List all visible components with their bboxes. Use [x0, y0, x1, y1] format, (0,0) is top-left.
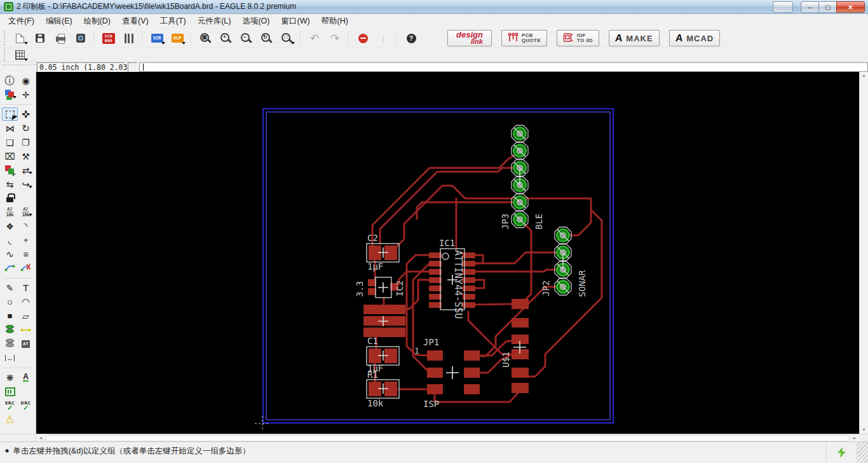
change-tool[interactable]: ⚒ [18, 149, 34, 163]
ratsnest-tool[interactable]: ❋ [2, 371, 18, 384]
miter2-tool[interactable]: ◟ [2, 233, 18, 247]
design-link-button[interactable]: designlink [447, 30, 492, 46]
meander-tool[interactable]: ∿ [2, 247, 18, 261]
print-button[interactable] [51, 30, 69, 46]
mark-tool[interactable]: ✛ [18, 88, 34, 101]
move-tool[interactable]: ✜ [18, 107, 34, 121]
grid-button[interactable] [11, 46, 29, 63]
run-script-button[interactable]: SCR [148, 30, 166, 46]
library-manager-button[interactable] [120, 30, 138, 46]
save-button[interactable] [31, 30, 49, 46]
display-layers-tool[interactable] [2, 88, 18, 101]
name-tool[interactable]: R210k [2, 205, 18, 219]
ripup-tool[interactable] [18, 261, 34, 275]
stop-button[interactable] [354, 30, 372, 46]
menu-edit[interactable]: 编辑(E) [40, 14, 78, 29]
reposition-tool[interactable]: ↪ [18, 177, 34, 191]
circle-tool[interactable]: ○ [2, 295, 18, 308]
group-tool[interactable] [2, 107, 18, 121]
errors-tool[interactable]: ⚠ [2, 413, 18, 426]
align-tool[interactable]: ≡ [18, 247, 34, 261]
scroll-right-arrow[interactable]: ► [850, 436, 859, 440]
scroll-left-arrow[interactable]: ◄ [36, 436, 45, 440]
menu-options[interactable]: 选项(O) [236, 14, 275, 29]
horizontal-scroll-thumb[interactable] [46, 435, 850, 441]
autodesk-mcad-button[interactable]: AMCAD [669, 30, 721, 46]
erc-tool[interactable]: ERC✓ [2, 399, 18, 412]
mcad-label: MCAD [686, 34, 714, 43]
menu-view[interactable]: 查看(V) [116, 14, 154, 29]
pcb-quote-button[interactable]: PCBQUOTE [501, 30, 547, 46]
stop-icon [358, 34, 368, 43]
smash-tool[interactable]: ❖ [2, 219, 18, 233]
attribute-tool[interactable]: AT [18, 337, 34, 350]
undo-button[interactable]: ↶ [306, 30, 323, 46]
autodesk-make-button[interactable]: AMAKE [609, 30, 660, 46]
paste-tool[interactable]: ❐ [18, 135, 34, 149]
delete-tool[interactable]: ⌧ [2, 149, 18, 163]
switch-sch-brd-button[interactable]: SCHBRD [100, 30, 118, 46]
show-tool[interactable]: ◉ [18, 74, 34, 87]
palette-row [0, 323, 36, 337]
menu-library[interactable]: 元件库(L) [192, 14, 237, 29]
coordinate-bar: 0.05 inch (1.80 2.03) [0, 62, 868, 72]
miter-tool[interactable]: ◝ [18, 219, 34, 233]
redo-button[interactable]: ↷ [326, 30, 344, 46]
hole-tool[interactable] [2, 337, 18, 350]
resize-grip[interactable] [857, 442, 868, 463]
maximize-button[interactable]: ▢ [819, 1, 836, 13]
close-button[interactable]: ✕ [836, 1, 865, 13]
zoom-out-button[interactable]: − [237, 30, 255, 46]
copy-tool[interactable]: ❏ [2, 135, 18, 149]
board-canvas[interactable]: C2 1μF 3.3 IC2 IC1 ATTINY44-SSU C1 1μF R… [36, 72, 859, 434]
menu-window[interactable]: 窗口(W) [275, 14, 315, 29]
rect-tool[interactable]: ■ [2, 309, 18, 322]
split-tool[interactable]: + [18, 233, 34, 247]
magnifier-icon: + [220, 33, 229, 42]
info-tool[interactable]: ⓘ [2, 74, 18, 87]
pinswap-tool[interactable]: ⇄ [18, 163, 34, 177]
add-part-tool[interactable]: + [2, 163, 18, 177]
scroll-up-arrow[interactable]: ▲ [860, 72, 868, 79]
minimize-button[interactable]: – [801, 1, 819, 13]
command-input[interactable] [139, 62, 868, 72]
rotate-tool[interactable]: ↻ [18, 121, 34, 135]
zoom-fit-button[interactable]: ▣ [196, 30, 214, 46]
zoom-in-button[interactable]: + [217, 30, 234, 46]
replace-tool[interactable]: ⇆ [2, 177, 18, 191]
menu-help[interactable]: 帮助(H) [316, 14, 354, 29]
lock-tool[interactable] [2, 191, 18, 205]
scroll-down-arrow[interactable]: ▼ [860, 426, 868, 434]
export-image-button[interactable] [72, 30, 90, 46]
open-board-button[interactable] [11, 30, 29, 46]
via-tool[interactable] [2, 323, 18, 336]
idf-to-3d-button[interactable]: IDFTO 3D [557, 30, 599, 46]
busy-indicator[interactable]: ⋮ [374, 30, 392, 46]
float-button[interactable] [773, 1, 793, 13]
horizontal-scrollbar[interactable]: ◄ ► [36, 434, 859, 441]
zoom-redraw-button[interactable]: ↻ [257, 30, 275, 46]
run-ulp-button[interactable]: ULP [168, 30, 186, 46]
palette-empty-cell [18, 351, 34, 364]
polygon-tool[interactable]: ▱ [18, 309, 34, 322]
design-rules-tool[interactable] [2, 385, 18, 398]
drc-tool[interactable]: DRC✓ [18, 399, 34, 412]
palette-row: ❖◝ [0, 219, 36, 233]
arc-tool[interactable]: ◠ [18, 295, 34, 308]
dimension-tool[interactable]: ↔ [2, 351, 18, 364]
signal-tool[interactable] [18, 323, 34, 336]
menu-draw[interactable]: 绘制(D) [78, 14, 116, 29]
zoom-select-button[interactable]: □ [278, 30, 295, 46]
help-button[interactable]: ? [402, 30, 420, 46]
autorouter-tool[interactable]: A [18, 371, 34, 384]
wire-tool[interactable]: ✎ [2, 281, 18, 294]
label-jp1-value: ISP [423, 399, 439, 409]
menu-file[interactable]: 文件(F) [3, 14, 40, 29]
board-canvas-area[interactable]: C2 1μF 3.3 IC2 IC1 ATTINY44-SSU C1 1μF R… [36, 72, 859, 434]
text-tool[interactable]: T [18, 281, 34, 294]
value-tool[interactable]: R210k [18, 205, 34, 219]
mirror-tool[interactable]: ⋈ [2, 121, 18, 135]
route-tool[interactable] [2, 261, 18, 275]
vertical-scrollbar[interactable]: ▲ ▼ [859, 72, 868, 434]
menu-tools[interactable]: 工具(T) [154, 14, 192, 29]
